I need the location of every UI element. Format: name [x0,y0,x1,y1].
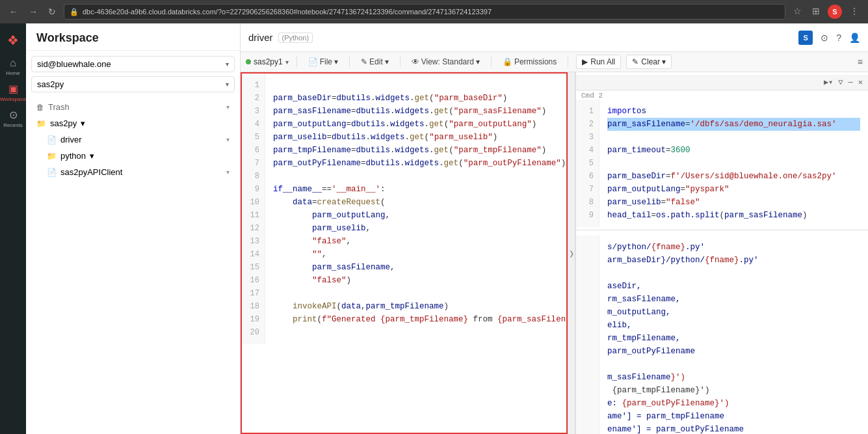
right-line-3 [607,131,860,144]
workspace-panel: Workspace sid@bluewhale.one ▾ sas2py ▾ 🗑… [26,23,241,434]
rb-3 [607,267,860,280]
menu-button[interactable]: ⋮ [847,5,861,19]
rb-7: elib, [607,319,860,332]
edit-icon: ✎ [361,57,367,66]
notebook-header-actions: S ⊙ ? 👤 [798,31,860,45]
file-menu-icon: 📄 [308,57,318,66]
sidebar-item-home[interactable]: ⌂ Home [1,55,25,78]
cluster-status-dot [246,59,251,64]
code-line-18: invokeAPI(data, parm_tmpFilename) [273,300,559,313]
line-numbers-right-top: 1 2 3 4 5 6 7 8 9 [576,100,599,227]
rb-8: rm_tmpFilename, [607,332,860,345]
line-numbers-left: 1 2 3 4 5 6 7 8 9 10 11 12 13 14 [242,74,265,344]
code-line-12: parm_uselib, [273,222,559,235]
code-content-right-bottom: . . . . . . . . . . . . . . . [576,230,868,434]
browser-bar: ← → ↻ 🔒 dbc-4636e20d-a9b6.cloud.databric… [0,0,868,23]
icon-sidebar: ❖ ⌂ Home ▣ Workspace ⊙ Recents [0,23,26,434]
code-lines-right-bottom: s/python/{fname}.py' arm_baseDir}/python… [599,236,868,434]
nav-forward-button[interactable]: → [26,5,40,18]
rb-4: aseDir, [607,280,860,293]
rb-2: arm_baseDir}/python/{fname}.py' [607,254,860,267]
driver-file[interactable]: 📄 driver ▾ [31,131,235,148]
nav-back-button[interactable]: ← [7,5,21,18]
code-line-6: parm_tmpFilename = dbutils.widgets.get("… [273,144,559,157]
apiclient-label: sas2pyAPIClient [60,167,222,177]
right-line-4: parm_timeout = 3600 [607,144,860,157]
notebook-toolbar: sas2py1 ▾ 📄 File ▾ ✎ Edit ▾ 👁 View: Stan… [241,52,868,72]
code-line-13: "false", [273,235,559,248]
cluster-name: sas2py1 [254,57,283,66]
notebook-user-badge: S [798,31,813,45]
collapse-down-icon[interactable]: ▽ [838,77,843,87]
notebook-user-icon[interactable]: 👤 [849,33,860,43]
repo-dropdown[interactable]: sas2py ▾ [31,76,235,92]
play-icon[interactable]: ▶▾ [824,77,833,87]
nav-refresh-button[interactable]: ↻ [46,5,59,18]
code-line-14: "", [273,248,559,261]
trash-label: Trash [48,102,222,112]
sas2py-folder[interactable]: 📁 sas2py ▾ [31,115,235,131]
grid-button[interactable]: ≡ [858,57,863,67]
notebook-help-icon[interactable]: ? [836,33,841,43]
extensions-button[interactable]: ⊞ [809,5,822,19]
rb-10 [607,358,860,371]
close-icon[interactable]: ✕ [858,77,863,87]
code-lines-right-top: import os parm_sasFilename='/dbfs/sas/de… [599,100,868,227]
notebook-settings-icon[interactable]: ⊙ [821,33,828,43]
code-line-2: parm_baseDir = dbutils.widgets.get("parm… [273,92,559,105]
repo-dropdown-arrow: ▾ [226,81,229,88]
trash-item[interactable]: 🗑 Trash ▾ [31,99,235,115]
permissions-button[interactable]: 🔒 Permissions [499,56,560,68]
file-menu-button[interactable]: 📄 File ▾ [305,56,341,68]
right-code-panel[interactable]: ▶▾ ▽ — ✕ Cmd 2 1 2 3 4 5 6 [575,72,868,434]
trash-arrow: ▾ [226,103,230,111]
repo-dropdown-label: sas2py [37,79,64,89]
edit-menu-button[interactable]: ✎ Edit ▾ [358,56,392,68]
panel-collapse-handle[interactable]: ❯ [568,72,575,434]
main-code-cell[interactable]: 1 2 3 4 5 6 7 8 9 10 11 12 13 14 [241,72,568,434]
folder-arrow: ▾ [81,118,85,128]
minimize-icon[interactable]: — [848,78,853,87]
driver-file-label: driver [60,135,222,144]
notebook-title: driver [248,32,273,43]
sidebar-item-recents[interactable]: ⊙ Recents [1,107,25,130]
cluster-selector[interactable]: sas2py1 ▾ [246,57,289,66]
python-folder-label: python [60,151,86,161]
run-all-button[interactable]: ▶ Run All [576,55,621,69]
toolbar-separator-4 [491,57,492,67]
recents-label: Recents [3,122,22,128]
url-bar[interactable]: 🔒 dbc-4636e20d-a9b6.cloud.databricks.com… [64,4,785,20]
apiclient-arrow: ▾ [226,169,230,176]
view-icon: 👁 [412,57,419,66]
code-line-5: parm_uselib = dbutils.widgets.get("parm_… [273,131,559,144]
star-button[interactable]: ☆ [791,5,804,19]
driver-file-arrow: ▾ [226,136,230,143]
logo-icon: ❖ [7,33,19,48]
rb-15: ename'] = parm_outPyFilename [607,423,860,434]
apiclient-file[interactable]: 📄 sas2pyAPIClient ▾ [31,164,235,180]
user-avatar[interactable]: S [828,5,842,19]
rb-6: m_outputLang, [607,306,860,319]
python-folder[interactable]: 📁 python ▾ [31,148,235,164]
code-line-4: parm_outputLang = dbutils.widgets.get("p… [273,118,559,131]
rb-12: {parm_tmpFilename}') [607,384,860,397]
run-icon: ▶ [582,57,588,66]
code-line-20 [273,326,559,339]
folder-label: sas2py [50,118,77,128]
app-container: ❖ ⌂ Home ▣ Workspace ⊙ Recents Workspace… [0,23,868,434]
clear-button[interactable]: ✎ Clear ▾ [626,55,672,69]
toolbar-separator-1 [296,57,297,67]
code-line-3: parm_sasFilename = dbutils.widgets.get("… [273,105,559,118]
workspace-section: sid@bluewhale.one ▾ sas2py ▾ 🗑 Trash ▾ 📁… [26,51,240,188]
user-dropdown[interactable]: sid@bluewhale.one ▾ [31,56,235,72]
code-line-10: data = createRequest( [273,196,559,209]
workspace-icon: ▣ [8,83,18,95]
right-line-8: parm_uselib = "false" [607,196,860,209]
right-panel: driver (Python) S ⊙ ? 👤 sas2py1 ▾ 📄 File… [241,23,868,434]
view-menu-button[interactable]: 👁 View: Standard ▾ [408,56,483,68]
rb-14: ame'] = parm_tmpFilename [607,410,860,423]
sidebar-item-workspace[interactable]: ▣ Workspace [1,81,25,104]
right-top-cell: ▶▾ ▽ — ✕ Cmd 2 1 2 3 4 5 6 [576,72,868,230]
code-lines-left: parm_baseDir = dbutils.widgets.get("parm… [265,74,566,344]
toolbar-separator-5 [568,57,568,67]
